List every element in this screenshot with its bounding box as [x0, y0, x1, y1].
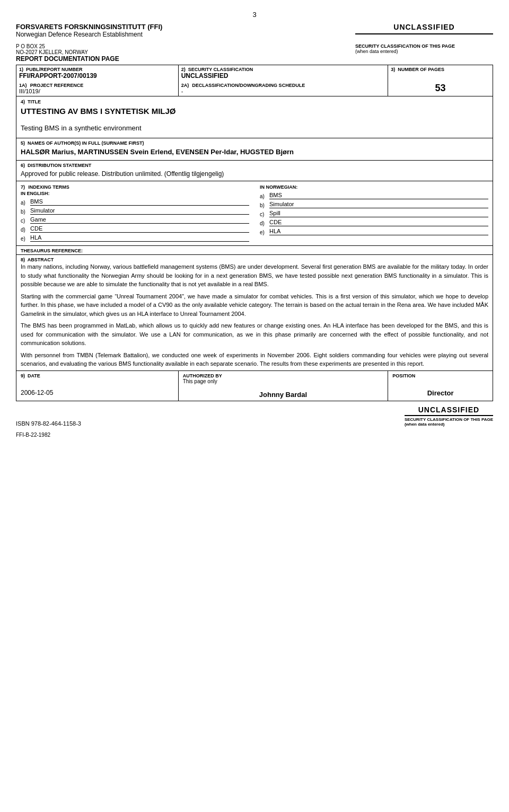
field1-value: FFI/RAPPORT-2007/00139	[19, 72, 175, 80]
indexing-no-a: a) BMS	[260, 192, 488, 199]
main-table: 1) PUBL/REPORT NUMBER FFI/RAPPORT-2007/0…	[16, 65, 493, 401]
org-title: FORSVARETS FORSKNINGSINSTITUTT (FFI)	[16, 23, 162, 31]
field3-value: 53	[391, 83, 490, 94]
cell-thesaurus: THESAURUS REFERENCE:	[16, 246, 493, 255]
field4-main-value: UTTESTING AV BMS I SYNTETISK MILJØ	[21, 104, 488, 117]
field2a-label-num: 2a)	[181, 83, 189, 88]
field7-name: INDEXING TERMS	[28, 184, 69, 190]
in-norwegian-header: IN NORWEGIAN:	[260, 183, 488, 190]
field3-number: 3)	[391, 67, 395, 72]
indexing-no-b: b) Simulator	[260, 201, 488, 208]
cell-field7: 7) INDEXING TERMS IN ENGLISH: a) BMS b) …	[16, 181, 493, 246]
field3-label-row: 3) NUMBER OF PAGES	[391, 67, 490, 72]
field2-label-row: 2) SECURITY CLASSIFICATION	[181, 67, 385, 72]
address-line2: NO-2027 KJELLER, NORWAY	[16, 49, 119, 55]
header-right: UNCLASSIFIED	[355, 23, 493, 34]
thesaurus-label: THESAURUS REFERENCE:	[21, 248, 83, 253]
cell-field6: 6) DISTRIBUTION STATEMENT Approved for p…	[16, 161, 493, 181]
address-line1: P O BOX 25	[16, 43, 119, 49]
field5-label-row: 5) NAMES OF AUTHOR(S) IN FULL (surname f…	[21, 140, 488, 146]
cell-field5: 5) NAMES OF AUTHOR(S) IN FULL (surname f…	[16, 138, 493, 161]
abstract-para3: The BMS has been programmed in MatLab, w…	[21, 321, 488, 348]
position-label: POSITION	[392, 373, 488, 378]
indexing-en-b: b) Simulator	[21, 207, 249, 215]
field1-name: PUBL/REPORT NUMBER	[26, 67, 83, 72]
field6-number: 6)	[21, 163, 25, 168]
in-norwegian-label: IN NORWEGIAN:	[260, 184, 297, 190]
org-subtitle: Norwegian Defence Research Establishment	[16, 31, 162, 38]
field3-name: NUMBER OF PAGES	[398, 67, 444, 72]
field2a-value: -	[181, 88, 385, 94]
field4-sub-value: Testing BMS in a synthetic environment	[21, 124, 488, 132]
document-page: 3 FORSVARETS FORSKNINGSINSTITUTT (FFI) N…	[0, 0, 509, 812]
abstract-para1: In many nations, including Norway, vario…	[21, 262, 488, 289]
in-english-label: IN ENGLISH:	[21, 191, 50, 196]
address-right: SECURITY CLASSIFICATION OF THIS PAGE (wh…	[355, 43, 493, 54]
address-left: P O BOX 25 NO-2027 KJELLER, NORWAY REPOR…	[16, 43, 119, 63]
authorized-by-scope: This page only	[183, 378, 384, 384]
indexing-en-d: d) CDE	[21, 225, 249, 233]
field6-name: DISTRIBUTION STATEMENT	[28, 163, 91, 168]
field1-label: 1) PUBL/REPORT NUMBER	[19, 67, 175, 72]
cell-field8: 8) ABSTRACT In many nations, including N…	[16, 255, 493, 371]
field1a-value: III/1019/	[19, 88, 175, 94]
authorized-by-name: Johnny Bardal	[183, 391, 384, 399]
indexing-en-e: e) HLA	[21, 234, 249, 242]
security-class-page-label: SECURITY CLASSIFICATION OF THIS PAGE	[355, 43, 493, 49]
ffi-ref: FFI-B-22-1982	[16, 432, 493, 438]
row-field5: 5) NAMES OF AUTHOR(S) IN FULL (surname f…	[16, 138, 493, 161]
header-left: FORSVARETS FORSKNINGSINSTITUTT (FFI) Nor…	[16, 23, 162, 38]
field4-number: 4)	[21, 99, 25, 104]
position-value: Director	[392, 389, 488, 397]
abstract-para2: Starting with the commercial game “Unrea…	[21, 292, 488, 319]
isbn: ISBN 978-82-464-1158-3	[16, 420, 81, 427]
indexing-no-e: e) HLA	[260, 228, 488, 235]
authorized-by-label: AUTHORIZED BY	[183, 373, 384, 378]
row-field7: 7) INDEXING TERMS IN ENGLISH: a) BMS b) …	[16, 181, 493, 246]
indexing-norwegian-col: IN NORWEGIAN: a) BMS b) Simulator c) S	[260, 183, 488, 243]
cell-field1: 1) PUBL/REPORT NUMBER FFI/RAPPORT-2007/0…	[16, 65, 179, 96]
indexing-english-col: 7) INDEXING TERMS IN ENGLISH: a) BMS b) …	[21, 183, 260, 243]
indexing-en-c: c) Game	[21, 216, 249, 224]
field2-number: 2)	[181, 67, 186, 72]
report-doc-label: REPORT DOCUMENTATION PAGE	[16, 55, 119, 63]
field9-name: DATE	[28, 373, 40, 378]
indexing-en-a: a) BMS	[21, 198, 249, 206]
field9-value: 2006-12-05	[21, 389, 174, 396]
field5-number: 5)	[21, 140, 25, 146]
page-number: 3	[16, 11, 493, 19]
field4-label-row: 4) TITLE	[21, 99, 488, 104]
row-field6: 6) DISTRIBUTION STATEMENT Approved for p…	[16, 161, 493, 181]
cell-field3: 3) NUMBER OF PAGES 53	[388, 65, 493, 96]
field6-value: Approved for public release. Distributio…	[21, 170, 488, 178]
indexing-no-c: c) Spill	[260, 210, 488, 217]
field1a-name: PROJECT REFERENCE	[30, 83, 84, 88]
abstract-para4: With personnel from TMBN (Telemark Batta…	[21, 351, 488, 368]
cell-authorized-by: AUTHORIZED BY This page only Johnny Bard…	[178, 370, 388, 401]
cell-position: POSITION Director	[388, 370, 493, 401]
indexing-container: 7) INDEXING TERMS IN ENGLISH: a) BMS b) …	[21, 183, 488, 243]
field5-name: NAMES OF AUTHOR(S) IN FULL (surname firs…	[28, 140, 144, 146]
footer-security-label: SECURITY CLASSIFICATION OF THIS PAGE (wh…	[405, 417, 493, 427]
field8-name: ABSTRACT	[28, 257, 54, 262]
field1-number: 1)	[19, 67, 23, 72]
classification-line	[355, 33, 493, 34]
footer-classification: UNCLASSIFIED	[405, 405, 493, 414]
field8-number: 8)	[21, 257, 25, 262]
field7-number: 7)	[21, 184, 25, 190]
row-thesaurus: THESAURUS REFERENCE:	[16, 246, 493, 255]
classification-title: UNCLASSIFIED	[355, 23, 493, 31]
row-field8: 8) ABSTRACT In many nations, including N…	[16, 255, 493, 371]
field7-label-block: 7) INDEXING TERMS IN ENGLISH:	[21, 183, 249, 196]
field9-label-row: 9) DATE	[21, 373, 174, 378]
cell-field9-date: 9) DATE 2006-12-05	[16, 370, 179, 401]
field6-label-row: 6) DISTRIBUTION STATEMENT	[21, 163, 488, 168]
indexing-no-d: d) CDE	[260, 219, 488, 226]
field4-name: TITLE	[28, 99, 41, 104]
footer-row: ISBN 978-82-464-1158-3 UNCLASSIFIED SECU…	[16, 405, 493, 427]
field2-name: SECURITY CLASSIFICATION	[188, 67, 253, 72]
footer-sec-line	[405, 415, 493, 416]
header-section: FORSVARETS FORSKNINGSINSTITUTT (FFI) Nor…	[16, 23, 493, 38]
field8-label-row: 8) ABSTRACT	[21, 257, 488, 262]
when-data-entered: (when data entered)	[355, 49, 493, 54]
